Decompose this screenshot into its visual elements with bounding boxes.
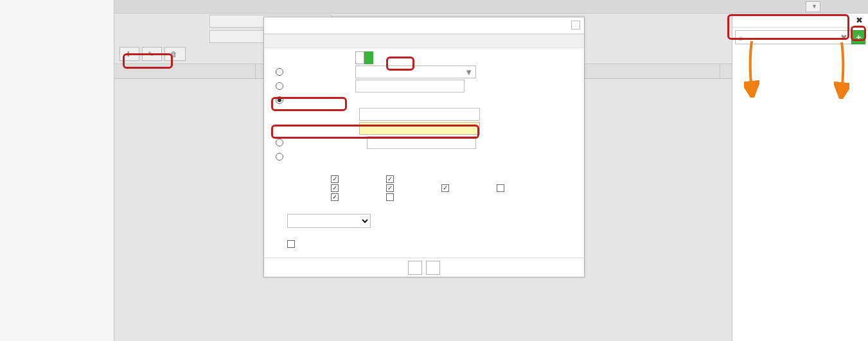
new-filter-dialog: ▼ [263, 17, 585, 277]
radio-containing[interactable]: ▼ [276, 65, 578, 79]
ok-button[interactable] [408, 261, 422, 275]
chk-mapi[interactable] [497, 184, 504, 192]
col-seq [114, 64, 256, 78]
clear-icon[interactable]: ✖ [840, 33, 847, 42]
chk-http-post[interactable] [331, 175, 339, 183]
filter-section-header [264, 34, 584, 48]
containing-select[interactable]: ▼ [355, 66, 476, 78]
type-segment[interactable] [355, 51, 373, 64]
pencil-icon: ✎ [148, 50, 154, 58]
radio-regex[interactable] [276, 136, 578, 150]
edit-filter-button[interactable]: ✎ [142, 47, 162, 61]
search-input[interactable] [745, 31, 849, 43]
trash-icon: 🗑 [170, 50, 177, 58]
chk-ftp[interactable] [331, 193, 339, 201]
profile-select[interactable]: ▼ [806, 1, 820, 12]
action-select[interactable] [287, 214, 371, 228]
chk-http-get[interactable] [386, 175, 394, 183]
file-name-patterns-add[interactable] [359, 122, 480, 135]
add-entry-button[interactable]: ＋ [851, 30, 865, 44]
delete-filter-button[interactable]: 🗑 [164, 47, 186, 61]
file-types-add[interactable] [359, 108, 480, 121]
add-filter-button[interactable]: ✚ [120, 47, 139, 61]
chk-nntp[interactable] [386, 193, 394, 201]
topbar: ▼ [114, 0, 868, 13]
file-size-input[interactable] [355, 80, 465, 92]
radio-encrypted[interactable] [276, 150, 578, 164]
type-messages[interactable] [355, 51, 364, 64]
regex-input[interactable] [367, 136, 476, 149]
chk-imap[interactable] [441, 184, 449, 192]
select-entries-panel: ✖ ⌕ ✖ ＋ [732, 13, 868, 341]
sidebar [0, 0, 114, 341]
chk-archive-enable[interactable] [287, 240, 295, 248]
plus-icon: ✚ [125, 50, 131, 58]
sidebar-item-security-profiles[interactable] [0, 0, 114, 13]
radio-specify-file-types[interactable] [276, 93, 578, 107]
type-files[interactable] [364, 51, 373, 64]
chk-pop3[interactable] [386, 184, 394, 192]
search-box[interactable]: ⌕ [735, 30, 852, 44]
close-icon[interactable]: ✖ [856, 15, 863, 25]
cancel-button[interactable] [426, 261, 440, 275]
chk-smtp[interactable] [331, 184, 339, 192]
search-icon: ⌕ [738, 33, 743, 42]
dialog-close-icon[interactable] [571, 21, 580, 30]
radio-file-size[interactable] [276, 79, 578, 93]
